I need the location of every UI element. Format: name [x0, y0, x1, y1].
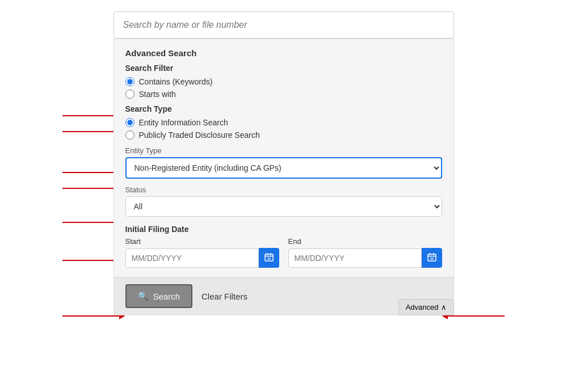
starts-with-radio[interactable] [125, 90, 135, 99]
clear-filters-button[interactable]: Clear Filters [201, 286, 247, 307]
search-filter-title: Search Filter [125, 64, 442, 73]
contains-radio-label[interactable]: Contains (Keywords) [125, 77, 442, 86]
entity-info-radio[interactable] [125, 118, 135, 127]
end-date-group: End 25 [288, 237, 442, 268]
entity-info-radio-label[interactable]: Entity Information Search [125, 118, 442, 127]
start-calendar-icon: 25 [264, 252, 274, 263]
chevron-up-icon: ∧ [441, 303, 447, 311]
svg-text:25: 25 [267, 257, 271, 260]
status-select[interactable]: All Active Inactive Dissolved [125, 196, 442, 217]
start-date-input[interactable] [125, 248, 259, 268]
search-input-wrapper [114, 11, 454, 39]
panel-title: Advanced Search [125, 48, 442, 58]
start-calendar-button[interactable]: 25 [259, 248, 279, 268]
svg-text:25: 25 [430, 257, 434, 260]
search-button-label: Search [153, 292, 180, 301]
entity-type-select[interactable]: Non-Registered Entity (including CA GPs)… [125, 157, 442, 179]
entity-type-label: Entity Type [125, 146, 442, 155]
end-calendar-icon: 25 [427, 252, 436, 263]
contains-radio-text: Contains (Keywords) [139, 77, 213, 86]
entity-info-radio-text: Entity Information Search [139, 118, 228, 127]
search-button[interactable]: 🔍 Search [125, 284, 193, 308]
end-date-input-wrapper: 25 [288, 248, 442, 268]
advanced-toggle-button[interactable]: Advanced ∧ [398, 299, 454, 315]
end-calendar-button[interactable]: 25 [422, 248, 442, 268]
end-date-input[interactable] [288, 248, 422, 268]
start-date-group: Start 25 [125, 237, 279, 268]
date-row: Start 25 [125, 237, 442, 268]
start-date-label: Start [125, 237, 279, 246]
clear-filters-label: Clear Filters [201, 292, 247, 301]
search-filter-group: Contains (Keywords) Starts with [125, 77, 442, 99]
status-label: Status [125, 186, 442, 194]
main-container: Advanced Search Search Filter Contains (… [114, 11, 454, 315]
search-icon: 🔍 [138, 291, 149, 301]
advanced-toggle-label: Advanced [406, 303, 439, 311]
publicly-traded-radio[interactable] [125, 130, 135, 140]
starts-with-radio-label[interactable]: Starts with [125, 90, 442, 99]
initial-filing-date-title: Initial Filing Date [125, 225, 442, 234]
page-wrapper: Advanced Search Search Filter Contains (… [0, 0, 567, 392]
search-input[interactable] [114, 11, 454, 39]
contains-radio[interactable] [125, 77, 135, 86]
starts-with-radio-text: Starts with [139, 90, 176, 99]
publicly-traded-radio-text: Publicly Traded Disclosure Search [139, 130, 260, 140]
publicly-traded-radio-label[interactable]: Publicly Traded Disclosure Search [125, 130, 442, 140]
search-type-group: Entity Information Search Publicly Trade… [125, 118, 442, 140]
start-date-input-wrapper: 25 [125, 248, 279, 268]
search-type-title: Search Type [125, 104, 442, 113]
advanced-panel: Advanced Search Search Filter Contains (… [114, 39, 454, 277]
end-date-label: End [288, 237, 442, 246]
